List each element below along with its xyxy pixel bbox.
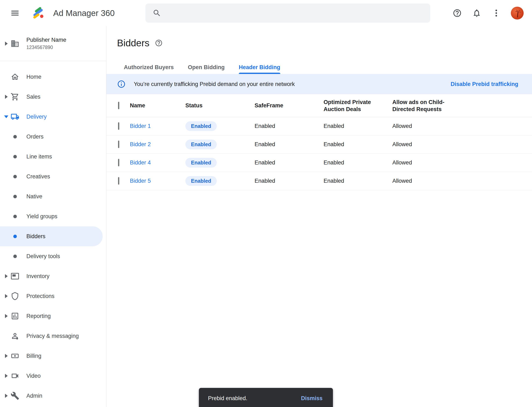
row-checkbox[interactable]: [118, 141, 119, 148]
publisher-id: 1234567890: [26, 45, 66, 50]
avatar[interactable]: [511, 7, 524, 20]
bidder-link[interactable]: Bidder 5: [130, 178, 185, 184]
bullet-icon: [10, 255, 20, 258]
sidebar-item-orders[interactable]: Orders: [0, 127, 106, 147]
table-header-row: Name Status SafeFrame Optimized Private …: [106, 94, 532, 117]
prebid-info-banner: You’re currently trafficking Prebid dema…: [106, 74, 532, 94]
tab-open-bidding[interactable]: Open Bidding: [181, 61, 232, 74]
chevron-right-icon: [2, 394, 10, 398]
chevron-right-icon: [2, 95, 10, 99]
chevron-right-icon: [2, 354, 10, 358]
column-header-safeframe: SafeFrame: [255, 102, 323, 109]
sidebar-item-native[interactable]: Native: [0, 187, 106, 206]
home-icon: [10, 72, 20, 81]
status-badge: Enabled: [185, 158, 217, 168]
safeframe-value: Enabled: [255, 178, 323, 184]
tab-bar: Authorized Buyers Open Bidding Header Bi…: [117, 61, 532, 74]
inventory-icon: [10, 272, 20, 281]
sidebar-item-privacy-messaging[interactable]: Privacy & messaging: [0, 326, 106, 346]
shield-icon: [10, 292, 20, 300]
optimized-private-auction-deals-value: Enabled: [323, 123, 392, 129]
snackbar: Prebid enabled. Dismiss: [199, 388, 333, 407]
table-row: Bidder 1 Enabled Enabled Enabled Allowed: [106, 117, 532, 135]
child-directed-value: Allowed: [392, 178, 532, 184]
bullet-icon: [10, 175, 20, 178]
cart-icon: [10, 92, 20, 101]
more-options-icon[interactable]: [491, 8, 501, 18]
sidebar-item-delivery[interactable]: Delivery: [0, 107, 106, 127]
select-all-checkbox[interactable]: [118, 102, 119, 109]
sidebar-item-sales[interactable]: Sales: [0, 87, 106, 107]
videocam-icon: [10, 371, 20, 380]
chevron-right-icon: [2, 294, 10, 298]
bullet-icon: [10, 155, 20, 158]
column-header-name: Name: [130, 102, 185, 109]
chevron-right-icon: [2, 314, 10, 318]
sidebar-item-billing[interactable]: Billing: [0, 346, 106, 366]
sidebar-item-yield-groups[interactable]: Yield groups: [0, 206, 106, 226]
bidder-link[interactable]: Bidder 2: [130, 141, 185, 148]
sidebar-item-home[interactable]: Home: [0, 67, 106, 87]
person-icon: [10, 332, 20, 340]
optimized-private-auction-deals-value: Enabled: [323, 159, 392, 166]
child-directed-value: Allowed: [392, 159, 532, 166]
status-badge: Enabled: [185, 176, 217, 186]
publisher-selector[interactable]: Publisher Name 1234567890: [0, 26, 106, 61]
help-icon[interactable]: [452, 8, 462, 18]
column-header-child-directed: Allow ads on Child-Directed Requests: [392, 99, 445, 113]
dismiss-button[interactable]: Dismiss: [297, 393, 326, 404]
bar-chart-icon: [10, 312, 20, 321]
publisher-name: Publisher Name: [26, 37, 66, 43]
topbar: Ad Manager 360: [0, 0, 532, 26]
sidebar-item-admin[interactable]: Admin: [0, 386, 106, 406]
table-row: Bidder 2 Enabled Enabled Enabled Allowed: [106, 135, 532, 154]
row-checkbox[interactable]: [118, 122, 119, 130]
sidebar-nav: Home Sales Delivery Orders Line items: [0, 61, 106, 406]
sidebar-item-inventory[interactable]: Inventory: [0, 266, 106, 286]
tab-authorized-buyers[interactable]: Authorized Buyers: [117, 61, 181, 74]
optimized-private-auction-deals-value: Enabled: [323, 178, 392, 184]
sidebar-item-delivery-tools[interactable]: Delivery tools: [0, 246, 106, 266]
chevron-down-icon: [2, 116, 10, 118]
chevron-right-icon: [2, 274, 10, 278]
bidder-link[interactable]: Bidder 4: [130, 159, 185, 166]
search-input[interactable]: [167, 4, 430, 23]
main-content: Bidders Authorized Buyers Open Bidding H…: [106, 26, 532, 407]
table-row: Bidder 4 Enabled Enabled Enabled Allowed: [106, 154, 532, 172]
search-icon: [153, 9, 161, 17]
building-icon: [10, 39, 20, 48]
column-header-optimized-private-auction-deals: Optimized Private Auction Deals: [323, 99, 377, 113]
sidebar-item-protections[interactable]: Protections: [0, 286, 106, 306]
snackbar-message: Prebid enabled.: [208, 395, 247, 402]
search-bar[interactable]: [145, 4, 430, 23]
tab-header-bidding[interactable]: Header Bidding: [232, 61, 287, 74]
billing-icon: [10, 352, 20, 360]
title-help-icon[interactable]: [155, 39, 163, 47]
app-brand: Ad Manager 360: [32, 6, 115, 20]
status-badge: Enabled: [185, 121, 217, 131]
chevron-right-icon: [2, 41, 10, 46]
topbar-actions: [452, 0, 532, 26]
app-name: Ad Manager 360: [53, 8, 115, 18]
sidebar: Publisher Name 1234567890 Home Sales Del…: [0, 26, 106, 407]
wrench-icon: [10, 391, 20, 400]
bidder-link[interactable]: Bidder 1: [130, 123, 185, 129]
row-checkbox[interactable]: [118, 177, 119, 185]
column-header-status: Status: [185, 102, 255, 109]
chevron-right-icon: [2, 374, 10, 378]
notifications-icon[interactable]: [472, 8, 482, 18]
safeframe-value: Enabled: [255, 159, 323, 166]
sidebar-item-creatives[interactable]: Creatives: [0, 166, 106, 187]
row-checkbox[interactable]: [118, 159, 119, 166]
sidebar-item-video[interactable]: Video: [0, 366, 106, 386]
child-directed-value: Allowed: [392, 123, 532, 129]
sidebar-item-bidders[interactable]: Bidders: [0, 226, 103, 246]
truck-icon: [10, 112, 20, 121]
sidebar-item-line-items[interactable]: Line items: [0, 147, 106, 166]
disable-prebid-trafficking-link[interactable]: Disable Prebid trafficking: [451, 81, 518, 87]
optimized-private-auction-deals-value: Enabled: [323, 141, 392, 148]
menu-icon[interactable]: [10, 8, 20, 18]
sidebar-item-reporting[interactable]: Reporting: [0, 306, 106, 326]
bidders-table: Name Status SafeFrame Optimized Private …: [106, 94, 532, 190]
bullet-icon: [10, 195, 20, 198]
